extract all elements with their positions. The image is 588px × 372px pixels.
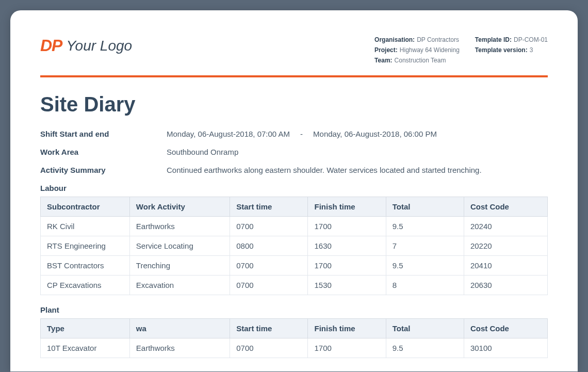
shift-end: Monday, 06-August-2018, 06:00 PM: [313, 130, 437, 138]
table-cell: 0700: [230, 256, 308, 276]
table-header: Cost Code: [464, 319, 547, 338]
table-header: Start time: [230, 197, 308, 217]
meta-template-version-value: 3: [530, 46, 533, 54]
labour-table: SubcontractorWork ActivityStart timeFini…: [40, 197, 548, 295]
field-work-area: Work Area Southbound Onramp: [40, 148, 548, 156]
table-cell: Earthworks: [129, 217, 230, 236]
labour-header-row: SubcontractorWork ActivityStart timeFini…: [41, 197, 548, 217]
table-cell: 10T Excavator: [41, 338, 130, 358]
table-cell: Earthworks: [129, 338, 230, 358]
table-cell: 1630: [308, 236, 386, 256]
table-cell: 20220: [464, 236, 547, 256]
table-cell: 7: [386, 236, 464, 256]
activity-summary-label: Activity Summary: [40, 166, 167, 174]
plant-table: TypewaStart timeFinish timeTotalCost Cod…: [40, 318, 548, 358]
table-header: wa: [129, 319, 230, 338]
table-cell: 30100: [464, 338, 547, 358]
table-cell: 20410: [464, 256, 547, 276]
table-cell: 20240: [464, 217, 547, 236]
logo: DP Your Logo: [40, 36, 132, 55]
work-area-label: Work Area: [40, 148, 167, 156]
table-cell: 1700: [308, 256, 386, 276]
table-header: Start time: [230, 319, 308, 338]
table-cell: RTS Engineering: [41, 236, 130, 256]
field-shift: Shift Start and end Monday, 06-August-20…: [40, 130, 548, 138]
meta-org-value: DP Contractors: [417, 36, 459, 43]
table-cell: 0700: [230, 338, 308, 358]
meta-org-label: Organisation:: [374, 36, 415, 43]
table-cell: CP Excavations: [41, 276, 130, 295]
document-page: DP Your Logo Organisation:DP Contractors…: [10, 10, 578, 371]
table-cell: 0700: [230, 217, 308, 236]
meta-team-label: Team:: [374, 57, 392, 64]
table-header: Cost Code: [464, 197, 547, 217]
table-header: Type: [41, 319, 130, 338]
meta-template-id-label: Template ID:: [475, 36, 512, 43]
table-cell: 9.5: [386, 338, 464, 358]
table-cell: 1530: [308, 276, 386, 295]
table-cell: 9.5: [386, 256, 464, 276]
table-header: Total: [386, 197, 464, 217]
table-header: Finish time: [308, 319, 386, 338]
table-cell: Trenching: [129, 256, 230, 276]
logo-mark: DP: [40, 36, 62, 55]
table-header: Finish time: [308, 197, 386, 217]
table-cell: 9.5: [386, 217, 464, 236]
table-cell: BST Contractors: [41, 256, 130, 276]
table-cell: RK Civil: [41, 217, 130, 236]
shift-label: Shift Start and end: [40, 130, 167, 138]
table-cell: 1700: [308, 338, 386, 358]
header: DP Your Logo Organisation:DP Contractors…: [40, 36, 548, 64]
work-area-value: Southbound Onramp: [167, 148, 548, 156]
table-row: RTS EngineeringService Locating080016307…: [41, 236, 548, 256]
meta-project-label: Project:: [374, 46, 398, 54]
activity-summary-value: Continued earthworks along eastern shoul…: [167, 166, 548, 174]
page-title: Site Diary: [40, 93, 548, 116]
table-cell: 20630: [464, 276, 547, 295]
shift-separator: -: [300, 130, 303, 138]
table-cell: Service Locating: [129, 236, 230, 256]
table-cell: 8: [386, 276, 464, 295]
table-row: BST ContractorsTrenching070017009.520410: [41, 256, 548, 276]
table-header: Work Activity: [129, 197, 230, 217]
labour-section-label: Labour: [40, 184, 548, 192]
table-header: Subcontractor: [41, 197, 130, 217]
table-header: Total: [386, 319, 464, 338]
meta-template-id-value: DP-COM-01: [514, 36, 548, 43]
table-cell: 1700: [308, 217, 386, 236]
meta-team-value: Construction Team: [395, 57, 446, 64]
table-row: 10T ExcavatorEarthworks070017009.530100: [41, 338, 548, 358]
logo-text: Your Logo: [66, 38, 132, 54]
table-row: RK CivilEarthworks070017009.520240: [41, 217, 548, 236]
meta-template-version-label: Template version:: [475, 46, 528, 54]
field-activity-summary: Activity Summary Continued earthworks al…: [40, 166, 548, 174]
header-divider: [40, 75, 548, 77]
plant-header-row: TypewaStart timeFinish timeTotalCost Cod…: [41, 319, 548, 338]
table-cell: 0700: [230, 276, 308, 295]
meta-project-value: Highway 64 Widening: [400, 46, 460, 54]
table-cell: 0800: [230, 236, 308, 256]
table-row: CP ExcavationsExcavation07001530820630: [41, 276, 548, 295]
plant-section-label: Plant: [40, 305, 548, 314]
table-cell: Excavation: [129, 276, 230, 295]
header-meta: Organisation:DP Contractors Project:High…: [374, 36, 548, 64]
shift-start: Monday, 06-August-2018, 07:00 AM: [167, 130, 290, 138]
